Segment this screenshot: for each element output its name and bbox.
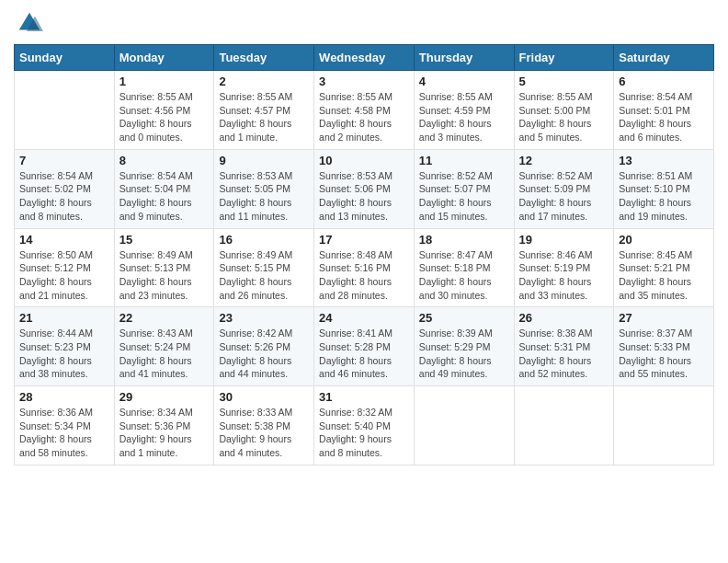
cell-week4-day3: 24Sunrise: 8:41 AM Sunset: 5:28 PM Dayli… xyxy=(314,307,415,386)
day-number: 15 xyxy=(119,233,210,247)
header-sunday: Sunday xyxy=(15,45,115,71)
day-info: Sunrise: 8:38 AM Sunset: 5:31 PM Dayligh… xyxy=(519,327,609,381)
day-info: Sunrise: 8:55 AM Sunset: 4:59 PM Dayligh… xyxy=(419,90,509,144)
day-number: 7 xyxy=(19,154,109,167)
cell-week2-day1: 8Sunrise: 8:54 AM Sunset: 5:04 PM Daylig… xyxy=(114,149,214,228)
cell-week3-day6: 20Sunrise: 8:45 AM Sunset: 5:21 PM Dayli… xyxy=(614,228,714,307)
cell-week3-day1: 15Sunrise: 8:49 AM Sunset: 5:13 PM Dayli… xyxy=(114,228,214,307)
day-info: Sunrise: 8:37 AM Sunset: 5:33 PM Dayligh… xyxy=(619,327,709,381)
week-row-1: 1Sunrise: 8:55 AM Sunset: 4:56 PM Daylig… xyxy=(15,71,714,150)
day-number: 10 xyxy=(319,154,409,167)
header xyxy=(14,9,714,37)
day-info: Sunrise: 8:39 AM Sunset: 5:29 PM Dayligh… xyxy=(419,327,509,381)
day-number: 3 xyxy=(319,75,409,88)
day-info: Sunrise: 8:53 AM Sunset: 5:05 PM Dayligh… xyxy=(219,169,309,224)
day-number: 6 xyxy=(619,75,709,88)
header-thursday: Thursday xyxy=(414,45,514,71)
day-number: 24 xyxy=(319,311,409,325)
day-info: Sunrise: 8:50 AM Sunset: 5:12 PM Dayligh… xyxy=(19,248,109,303)
day-info: Sunrise: 8:36 AM Sunset: 5:34 PM Dayligh… xyxy=(19,406,109,460)
week-row-5: 28Sunrise: 8:36 AM Sunset: 5:34 PM Dayli… xyxy=(15,386,714,465)
day-number: 26 xyxy=(519,311,609,325)
day-number: 11 xyxy=(419,154,509,167)
cell-week5-day5 xyxy=(514,386,614,465)
header-saturday: Saturday xyxy=(614,45,714,71)
day-number: 9 xyxy=(219,154,309,167)
cell-week2-day0: 7Sunrise: 8:54 AM Sunset: 5:02 PM Daylig… xyxy=(15,149,115,228)
calendar-body: 1Sunrise: 8:55 AM Sunset: 4:56 PM Daylig… xyxy=(15,71,714,465)
day-number: 16 xyxy=(219,233,309,247)
day-number: 12 xyxy=(519,154,609,167)
logo-icon xyxy=(16,9,43,37)
header-friday: Friday xyxy=(514,45,614,71)
cell-week4-day4: 25Sunrise: 8:39 AM Sunset: 5:29 PM Dayli… xyxy=(414,307,514,386)
cell-week2-day5: 12Sunrise: 8:52 AM Sunset: 5:09 PM Dayli… xyxy=(514,149,614,228)
day-info: Sunrise: 8:43 AM Sunset: 5:24 PM Dayligh… xyxy=(119,327,210,381)
week-row-2: 7Sunrise: 8:54 AM Sunset: 5:02 PM Daylig… xyxy=(15,149,714,228)
day-number: 13 xyxy=(619,154,709,167)
cell-week1-day3: 3Sunrise: 8:55 AM Sunset: 4:58 PM Daylig… xyxy=(314,71,415,150)
cell-week5-day4 xyxy=(414,386,514,465)
day-number: 19 xyxy=(519,233,609,247)
cell-week2-day4: 11Sunrise: 8:52 AM Sunset: 5:07 PM Dayli… xyxy=(414,149,514,228)
day-number: 5 xyxy=(519,75,609,88)
cell-week2-day2: 9Sunrise: 8:53 AM Sunset: 5:05 PM Daylig… xyxy=(214,149,314,228)
cell-week1-day2: 2Sunrise: 8:55 AM Sunset: 4:57 PM Daylig… xyxy=(214,71,314,150)
day-info: Sunrise: 8:54 AM Sunset: 5:04 PM Dayligh… xyxy=(119,169,210,224)
day-info: Sunrise: 8:42 AM Sunset: 5:26 PM Dayligh… xyxy=(219,327,309,381)
header-row: SundayMondayTuesdayWednesdayThursdayFrid… xyxy=(15,45,714,71)
cell-week3-day3: 17Sunrise: 8:48 AM Sunset: 5:16 PM Dayli… xyxy=(314,228,415,307)
cell-week3-day5: 19Sunrise: 8:46 AM Sunset: 5:19 PM Dayli… xyxy=(514,228,614,307)
day-number: 28 xyxy=(19,390,109,404)
cell-week1-day6: 6Sunrise: 8:54 AM Sunset: 5:01 PM Daylig… xyxy=(614,71,714,150)
day-number: 21 xyxy=(19,311,109,325)
day-number: 8 xyxy=(119,154,210,167)
week-row-4: 21Sunrise: 8:44 AM Sunset: 5:23 PM Dayli… xyxy=(15,307,714,386)
day-number: 18 xyxy=(419,233,509,247)
day-info: Sunrise: 8:45 AM Sunset: 5:21 PM Dayligh… xyxy=(619,248,709,303)
cell-week4-day1: 22Sunrise: 8:43 AM Sunset: 5:24 PM Dayli… xyxy=(114,307,214,386)
day-info: Sunrise: 8:55 AM Sunset: 4:58 PM Dayligh… xyxy=(319,90,409,144)
cell-week5-day0: 28Sunrise: 8:36 AM Sunset: 5:34 PM Dayli… xyxy=(15,386,115,465)
calendar-header: SundayMondayTuesdayWednesdayThursdayFrid… xyxy=(15,45,714,71)
day-number: 31 xyxy=(319,390,409,404)
cell-week2-day6: 13Sunrise: 8:51 AM Sunset: 5:10 PM Dayli… xyxy=(614,149,714,228)
week-row-3: 14Sunrise: 8:50 AM Sunset: 5:12 PM Dayli… xyxy=(15,228,714,307)
day-info: Sunrise: 8:46 AM Sunset: 5:19 PM Dayligh… xyxy=(519,248,609,303)
day-info: Sunrise: 8:49 AM Sunset: 5:13 PM Dayligh… xyxy=(119,248,210,303)
logo xyxy=(14,9,43,37)
cell-week3-day4: 18Sunrise: 8:47 AM Sunset: 5:18 PM Dayli… xyxy=(414,228,514,307)
day-info: Sunrise: 8:33 AM Sunset: 5:38 PM Dayligh… xyxy=(219,406,309,460)
cell-week4-day6: 27Sunrise: 8:37 AM Sunset: 5:33 PM Dayli… xyxy=(614,307,714,386)
header-monday: Monday xyxy=(114,45,214,71)
cell-week2-day3: 10Sunrise: 8:53 AM Sunset: 5:06 PM Dayli… xyxy=(314,149,415,228)
cell-week4-day0: 21Sunrise: 8:44 AM Sunset: 5:23 PM Dayli… xyxy=(15,307,115,386)
calendar-table: SundayMondayTuesdayWednesdayThursdayFrid… xyxy=(14,44,714,465)
day-info: Sunrise: 8:51 AM Sunset: 5:10 PM Dayligh… xyxy=(619,169,709,224)
day-info: Sunrise: 8:55 AM Sunset: 5:00 PM Dayligh… xyxy=(519,90,609,144)
page: SundayMondayTuesdayWednesdayThursdayFrid… xyxy=(0,0,728,563)
day-info: Sunrise: 8:34 AM Sunset: 5:36 PM Dayligh… xyxy=(119,406,210,460)
day-number: 14 xyxy=(19,233,109,247)
cell-week1-day4: 4Sunrise: 8:55 AM Sunset: 4:59 PM Daylig… xyxy=(414,71,514,150)
day-number: 17 xyxy=(319,233,409,247)
day-info: Sunrise: 8:44 AM Sunset: 5:23 PM Dayligh… xyxy=(19,327,109,381)
cell-week5-day1: 29Sunrise: 8:34 AM Sunset: 5:36 PM Dayli… xyxy=(114,386,214,465)
day-number: 27 xyxy=(619,311,709,325)
cell-week5-day3: 31Sunrise: 8:32 AM Sunset: 5:40 PM Dayli… xyxy=(314,386,415,465)
day-info: Sunrise: 8:41 AM Sunset: 5:28 PM Dayligh… xyxy=(319,327,409,381)
day-info: Sunrise: 8:53 AM Sunset: 5:06 PM Dayligh… xyxy=(319,169,409,224)
day-info: Sunrise: 8:54 AM Sunset: 5:01 PM Dayligh… xyxy=(619,90,709,144)
header-wednesday: Wednesday xyxy=(314,45,415,71)
day-number: 29 xyxy=(119,390,210,404)
day-number: 4 xyxy=(419,75,509,88)
day-number: 25 xyxy=(419,311,509,325)
day-number: 1 xyxy=(119,75,210,88)
cell-week5-day2: 30Sunrise: 8:33 AM Sunset: 5:38 PM Dayli… xyxy=(214,386,314,465)
day-info: Sunrise: 8:54 AM Sunset: 5:02 PM Dayligh… xyxy=(19,169,109,224)
cell-week1-day0 xyxy=(15,71,115,150)
day-info: Sunrise: 8:55 AM Sunset: 4:56 PM Dayligh… xyxy=(119,90,210,144)
cell-week4-day2: 23Sunrise: 8:42 AM Sunset: 5:26 PM Dayli… xyxy=(214,307,314,386)
day-info: Sunrise: 8:32 AM Sunset: 5:40 PM Dayligh… xyxy=(319,406,409,460)
day-info: Sunrise: 8:52 AM Sunset: 5:07 PM Dayligh… xyxy=(419,169,509,224)
